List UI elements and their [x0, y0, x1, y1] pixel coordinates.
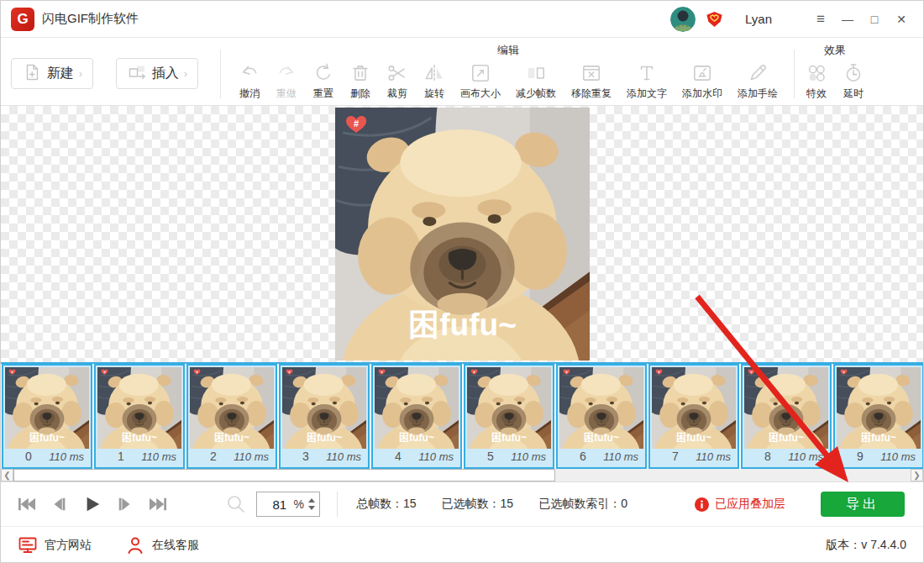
toolbar-divider: [794, 50, 795, 98]
scrollbar-thumb[interactable]: [13, 469, 555, 481]
insert-button[interactable]: 插入 ›: [116, 58, 198, 89]
stat-selected-frame-index: 已选帧数索引：0: [538, 497, 627, 512]
version-info: 版本：v 7.4.4.0: [826, 538, 906, 553]
menu-icon[interactable]: ≡: [807, 7, 834, 32]
vip-badge-icon[interactable]: [706, 11, 723, 28]
insert-icon: [127, 62, 147, 86]
tool-delay[interactable]: 延时: [835, 61, 872, 101]
spinner-down-icon[interactable]: [308, 506, 315, 510]
frame-duration: 110 ms: [511, 450, 546, 463]
timeline-frame-6[interactable]: 6 110 ms: [556, 364, 647, 469]
stat-label: 总帧数：: [356, 497, 403, 510]
frame-index: 4: [395, 450, 402, 463]
toolbar-divider: [220, 50, 221, 98]
tool-label: 添加文字: [627, 87, 667, 101]
username[interactable]: Lyan: [745, 12, 772, 26]
tool-label: 撤消: [239, 87, 260, 101]
maximize-icon[interactable]: □: [861, 7, 888, 32]
frame-label-row: 4 110 ms: [373, 449, 460, 463]
tool-label: 添加水印: [682, 87, 722, 101]
timeline-frame-5[interactable]: 5 110 ms: [464, 364, 554, 469]
person-icon: [125, 536, 145, 555]
frame-stats: 总帧数：15已选帧数：15已选帧数索引：0: [356, 497, 627, 512]
stat-value: 15: [501, 497, 514, 510]
frame-index: 5: [487, 450, 494, 463]
control-divider: [337, 492, 338, 517]
timeline-frame-7[interactable]: 7 110 ms: [648, 364, 739, 469]
tool-label: 重置: [313, 87, 333, 101]
overlay-warning: 已应用叠加层: [695, 497, 785, 512]
app-window: { "titlebar": { "app_title": "闪电GIF制作软件"…: [0, 0, 924, 563]
zoom-spinner[interactable]: 81 %: [256, 492, 320, 517]
tool-effects[interactable]: 特效: [798, 61, 835, 101]
frame-index: 2: [210, 450, 217, 463]
tool-reduce-frames[interactable]: 减少帧数: [508, 61, 564, 101]
frame-label-row: 5 110 ms: [465, 449, 553, 463]
frame-duration: 110 ms: [234, 450, 269, 463]
footer: 官方网站 在线客服 版本：v 7.4.4.0: [1, 527, 923, 563]
next-frame-button[interactable]: [114, 496, 136, 513]
tool-label: 旋转: [424, 87, 444, 101]
timeline-frame-3[interactable]: 3 110 ms: [279, 364, 370, 469]
tool-crop[interactable]: 裁剪: [379, 61, 416, 101]
stat-total-frames: 总帧数：15: [356, 497, 417, 512]
spinner-up-icon[interactable]: [308, 498, 315, 502]
playback-controls: [16, 496, 169, 513]
prev-frame-button[interactable]: [49, 496, 71, 513]
tool-add-watermark[interactable]: 添加水印: [675, 61, 730, 101]
control-bar: 81 % 总帧数：15已选帧数：15已选帧数索引：0 已应用叠加层 导出: [1, 482, 923, 527]
minimize-icon[interactable]: —: [834, 7, 861, 32]
editor-canvas[interactable]: [1, 106, 923, 362]
frame-label-row: 7 110 ms: [650, 449, 738, 463]
new-button-label: 新建: [47, 65, 74, 82]
scroll-right-icon[interactable]: ❯: [911, 469, 923, 481]
tool-rotate[interactable]: 旋转: [416, 61, 453, 101]
reset-icon: [312, 61, 334, 84]
undo-icon: [239, 61, 260, 84]
tool-label: 删除: [350, 87, 370, 101]
timeline-frame-4[interactable]: 4 110 ms: [371, 364, 462, 469]
tool-undo[interactable]: 撤消: [231, 61, 268, 101]
online-support-link[interactable]: 在线客服: [125, 536, 199, 555]
frame-index: 3: [302, 450, 309, 463]
tool-add-text[interactable]: 添加文字: [619, 61, 675, 101]
new-document-icon: [22, 62, 42, 86]
scroll-left-icon[interactable]: ❮: [1, 469, 13, 481]
timeline-frame-8[interactable]: 8 110 ms: [741, 364, 832, 469]
redo-icon: [276, 61, 297, 84]
tool-add-drawing[interactable]: 添加手绘: [730, 61, 785, 101]
frame-duration: 110 ms: [418, 450, 454, 463]
timeline-frame-0[interactable]: 0 110 ms: [2, 364, 92, 469]
user-avatar[interactable]: [670, 7, 696, 32]
timeline-frame-2[interactable]: 2 110 ms: [186, 364, 277, 469]
effects-group-label: 效果: [798, 38, 872, 56]
first-frame-button[interactable]: [16, 496, 38, 513]
tool-remove-duplicates[interactable]: 移除重复: [564, 61, 619, 101]
new-button[interactable]: 新建 ›: [11, 58, 93, 89]
play-button[interactable]: [81, 496, 103, 513]
tool-delete[interactable]: 删除: [342, 61, 379, 101]
tool-reset[interactable]: 重置: [305, 61, 342, 101]
spinner-arrows: [308, 498, 315, 510]
pencil-icon: [747, 61, 769, 84]
frame-thumbnail: [190, 367, 274, 449]
canvas-size-icon: [470, 61, 491, 84]
timeline-frame-9[interactable]: 9 110 ms: [833, 364, 923, 469]
toolbar: 新建 › 插入 › 编辑 撤消 重做 重置 删除: [1, 38, 923, 106]
titlebar: G 闪电GIF制作软件 Lyan ≡ — □ ✕: [1, 1, 923, 38]
frame-label-row: 1 110 ms: [96, 449, 183, 463]
tool-label: 裁剪: [387, 87, 407, 101]
close-icon[interactable]: ✕: [888, 7, 915, 32]
tool-canvas-size[interactable]: 画布大小: [453, 61, 508, 101]
frame-label-row: 8 110 ms: [743, 449, 830, 463]
export-button[interactable]: 导出: [821, 492, 905, 517]
last-frame-button[interactable]: [147, 496, 169, 513]
flip-icon: [423, 61, 445, 84]
timeline-scrollbar[interactable]: ❮ ❯: [1, 469, 923, 482]
official-website-link[interactable]: 官方网站: [18, 536, 92, 555]
tool-label: 移除重复: [571, 87, 612, 101]
tool-redo[interactable]: 重做: [268, 61, 305, 101]
online-support-label: 在线客服: [152, 538, 199, 553]
zoom-value[interactable]: 81: [265, 497, 294, 512]
timeline-frame-1[interactable]: 1 110 ms: [94, 364, 185, 469]
